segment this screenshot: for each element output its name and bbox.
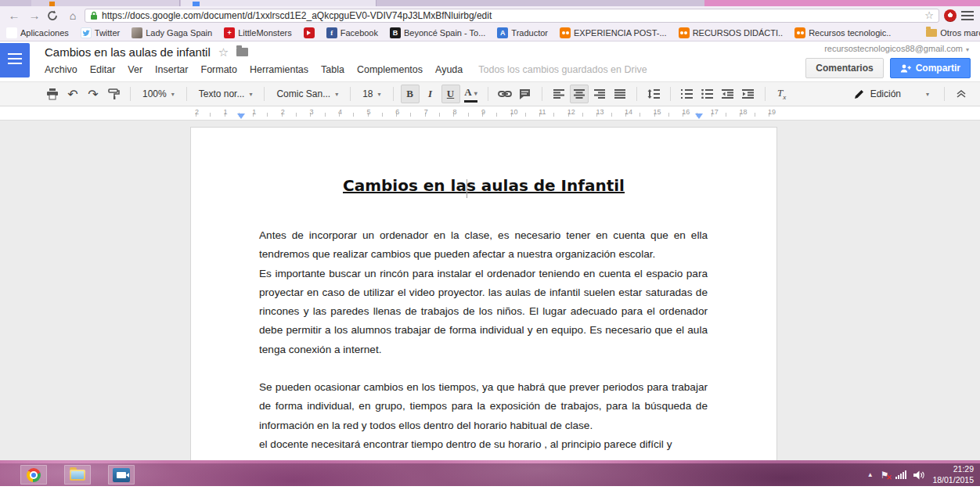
insert-comment-icon[interactable] — [516, 85, 535, 103]
zoom-select[interactable]: 100% — [138, 85, 179, 103]
align-center-icon[interactable] — [570, 85, 589, 103]
align-left-icon[interactable] — [549, 85, 568, 103]
align-justify-icon[interactable] — [611, 85, 629, 103]
clear-formatting-icon[interactable]: Tx — [773, 85, 791, 103]
editing-mode-select[interactable]: Edición — [846, 88, 937, 99]
ruler-number: 2 — [195, 108, 199, 116]
bookmark-recursos-didacticos[interactable]: RECURSOS DIDÁCTI.. — [679, 27, 784, 38]
text-color-button[interactable]: A — [462, 85, 481, 103]
right-indent-marker[interactable] — [695, 113, 703, 119]
taskbar-chrome-icon[interactable] — [20, 465, 47, 485]
document-page[interactable]: Cambios en las aulas de Infantil Antes d… — [190, 127, 777, 460]
menu-herramientas[interactable]: Herramientas — [250, 64, 308, 75]
bookmark-facebook[interactable]: f Facebook — [326, 27, 378, 38]
menu-insertar[interactable]: Insertar — [155, 64, 188, 75]
bold-button[interactable]: B — [401, 85, 420, 103]
paragraph[interactable]: Antes de incorporar un ordenador en la c… — [259, 226, 708, 265]
docs-home-icon[interactable] — [0, 43, 30, 77]
redo-icon[interactable]: ↷ — [84, 85, 103, 103]
bookmark-experiencia-post[interactable]: EXPERIENCIA POST-... — [560, 27, 667, 38]
paragraph[interactable]: Es importante buscar un rincón para inst… — [259, 265, 708, 359]
ruler-number: 1 — [224, 108, 228, 116]
forward-button-icon[interactable]: → — [27, 9, 42, 23]
bookmark-beyonce-spain[interactable]: B Beyoncé Spain - To... — [390, 27, 485, 38]
taskbar-clock[interactable]: 21:29 18/01/2015 — [932, 464, 974, 485]
italic-button[interactable]: I — [421, 85, 440, 103]
bookmark-youtube[interactable] — [304, 27, 315, 38]
other-bookmarks-folder[interactable]: Otros marcadores — [926, 28, 980, 38]
font-select[interactable]: Comic San... — [272, 85, 343, 103]
font-size-value: 18 — [362, 88, 373, 99]
screen: ← → ⌂ https://docs.google.com/document/d… — [0, 0, 980, 490]
ruler-number: 18 — [739, 108, 747, 116]
twitter-bird-icon — [81, 27, 92, 38]
menu-ayuda[interactable]: Ayuda — [435, 64, 463, 75]
paragraph-style-select[interactable]: Texto nor... — [194, 85, 258, 103]
chrome-menu-icon[interactable] — [961, 11, 974, 20]
document-title-text[interactable]: Cambios en las aulas de Infantil — [191, 176, 776, 195]
paragraph[interactable]: el docente necesitará encontrar tiempo d… — [259, 435, 708, 454]
facebook-favicon: f — [326, 27, 337, 38]
comments-button[interactable]: Comentarios — [805, 58, 883, 78]
bookmark-label: Lady Gaga Spain — [146, 28, 212, 38]
menu-ver[interactable]: Ver — [128, 64, 142, 75]
adblock-extension-icon[interactable] — [944, 9, 957, 22]
bookmark-aplicaciones[interactable]: Aplicaciones — [6, 27, 69, 38]
bookmark-label: Beyoncé Spain - To... — [404, 28, 485, 38]
increase-indent-icon[interactable] — [739, 85, 758, 103]
beyonce-favicon: B — [390, 27, 401, 38]
insert-link-icon[interactable] — [495, 85, 514, 103]
document-name[interactable]: Cambios en las aulas de infantil — [45, 45, 211, 59]
taskbar-explorer-icon[interactable] — [64, 465, 91, 485]
back-button-icon[interactable]: ← — [6, 9, 22, 23]
bookmark-star-icon[interactable]: ☆ — [924, 9, 934, 21]
bookmark-label: Facebook — [340, 28, 378, 38]
volume-icon[interactable] — [913, 470, 925, 480]
move-to-folder-icon[interactable] — [236, 48, 248, 56]
underline-button[interactable]: U — [441, 85, 460, 103]
blogger-favicon — [794, 27, 805, 38]
refresh-icon[interactable] — [47, 10, 61, 21]
save-status[interactable]: Todos los cambios guardados en Drive — [478, 64, 647, 75]
line-spacing-icon[interactable] — [644, 85, 663, 103]
ruler-number: 17 — [711, 108, 719, 116]
taskbar-video-app-icon[interactable] — [108, 465, 135, 485]
ruler-number: 13 — [596, 108, 603, 116]
menu-complementos[interactable]: Complementos — [357, 64, 423, 75]
menu-editar[interactable]: Editar — [90, 64, 116, 75]
menu-archivo[interactable]: Archivo — [45, 64, 77, 75]
bookmark-recursos-tecnologicos[interactable]: Recursos tecnologic.. — [794, 27, 891, 38]
address-bar[interactable]: https://docs.google.com/document/d/1xxlr… — [85, 9, 939, 23]
pencil-icon — [854, 89, 864, 99]
font-size-select[interactable]: 18 — [358, 85, 385, 103]
docs-header: Cambios en las aulas de infantil ☆ Archi… — [0, 41, 980, 81]
ruler-number: 19 — [768, 108, 776, 116]
active-tab[interactable] — [181, 0, 377, 6]
decrease-indent-icon[interactable] — [719, 85, 737, 103]
menu-formato[interactable]: Formato — [201, 64, 238, 75]
https-lock-icon — [90, 11, 98, 20]
bulleted-list-icon[interactable] — [698, 85, 717, 103]
print-icon[interactable] — [43, 85, 62, 103]
action-center-flag-icon[interactable]: ⚑✕ — [881, 470, 889, 481]
network-signal-icon[interactable] — [895, 470, 906, 479]
bookmark-traductor[interactable]: A Traductor — [497, 27, 548, 38]
undo-icon[interactable]: ↶ — [63, 85, 82, 103]
numbered-list-icon[interactable] — [678, 85, 697, 103]
document-body[interactable]: Antes de incorporar un ordenador en la c… — [259, 226, 708, 454]
bookmark-lady-gaga-spain[interactable]: Lady Gaga Spain — [132, 27, 212, 38]
align-right-icon[interactable] — [590, 85, 609, 103]
menu-tabla[interactable]: Tabla — [321, 64, 344, 75]
bookmark-twitter[interactable]: Twitter — [81, 27, 120, 38]
show-hidden-icons[interactable]: ▲ — [867, 471, 874, 478]
share-button[interactable]: Compartir — [890, 58, 971, 78]
collapse-toolbar-icon[interactable] — [952, 85, 971, 103]
left-indent-marker[interactable] — [237, 113, 245, 119]
paragraph[interactable]: Se pueden ocasionar cambios en los tiemp… — [259, 378, 708, 435]
account-email[interactable]: recursostecnologicos88@gmail.com — [824, 44, 969, 53]
paint-format-icon[interactable] — [104, 85, 123, 103]
bookmark-label: EXPERIENCIA POST-... — [574, 28, 667, 38]
home-icon[interactable]: ⌂ — [66, 9, 80, 23]
star-document-icon[interactable]: ☆ — [218, 47, 229, 58]
bookmark-littlemonsters[interactable]: + LittleMonsters — [224, 27, 291, 38]
